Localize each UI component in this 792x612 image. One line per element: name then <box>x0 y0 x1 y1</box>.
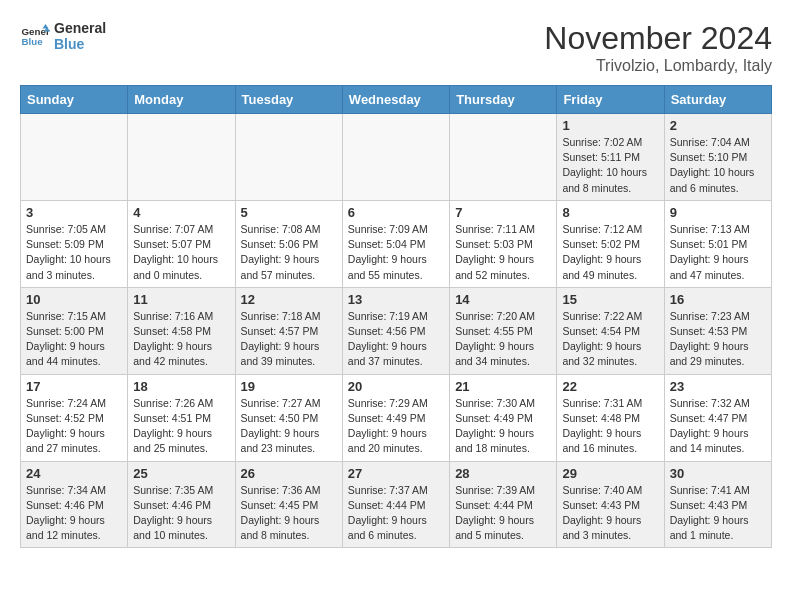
calendar-cell: 23Sunrise: 7:32 AM Sunset: 4:47 PM Dayli… <box>664 374 771 461</box>
day-info: Sunrise: 7:19 AM Sunset: 4:56 PM Dayligh… <box>348 309 444 370</box>
day-number: 30 <box>670 466 766 481</box>
calendar-cell: 24Sunrise: 7:34 AM Sunset: 4:46 PM Dayli… <box>21 461 128 548</box>
day-info: Sunrise: 7:35 AM Sunset: 4:46 PM Dayligh… <box>133 483 229 544</box>
logo: General Blue General Blue <box>20 20 106 52</box>
calendar-cell <box>235 114 342 201</box>
calendar-cell: 17Sunrise: 7:24 AM Sunset: 4:52 PM Dayli… <box>21 374 128 461</box>
day-info: Sunrise: 7:34 AM Sunset: 4:46 PM Dayligh… <box>26 483 122 544</box>
day-info: Sunrise: 7:29 AM Sunset: 4:49 PM Dayligh… <box>348 396 444 457</box>
day-info: Sunrise: 7:04 AM Sunset: 5:10 PM Dayligh… <box>670 135 766 196</box>
calendar-cell: 30Sunrise: 7:41 AM Sunset: 4:43 PM Dayli… <box>664 461 771 548</box>
calendar-cell: 20Sunrise: 7:29 AM Sunset: 4:49 PM Dayli… <box>342 374 449 461</box>
day-number: 23 <box>670 379 766 394</box>
day-number: 9 <box>670 205 766 220</box>
day-info: Sunrise: 7:07 AM Sunset: 5:07 PM Dayligh… <box>133 222 229 283</box>
day-info: Sunrise: 7:13 AM Sunset: 5:01 PM Dayligh… <box>670 222 766 283</box>
calendar-cell: 2Sunrise: 7:04 AM Sunset: 5:10 PM Daylig… <box>664 114 771 201</box>
column-header-thursday: Thursday <box>450 86 557 114</box>
day-number: 2 <box>670 118 766 133</box>
day-number: 4 <box>133 205 229 220</box>
day-number: 16 <box>670 292 766 307</box>
day-number: 13 <box>348 292 444 307</box>
column-header-monday: Monday <box>128 86 235 114</box>
title-block: November 2024 Trivolzio, Lombardy, Italy <box>544 20 772 75</box>
calendar-cell: 26Sunrise: 7:36 AM Sunset: 4:45 PM Dayli… <box>235 461 342 548</box>
day-info: Sunrise: 7:36 AM Sunset: 4:45 PM Dayligh… <box>241 483 337 544</box>
svg-text:Blue: Blue <box>22 36 44 47</box>
day-number: 1 <box>562 118 658 133</box>
day-number: 11 <box>133 292 229 307</box>
week-row-3: 17Sunrise: 7:24 AM Sunset: 4:52 PM Dayli… <box>21 374 772 461</box>
calendar-cell <box>342 114 449 201</box>
day-info: Sunrise: 7:30 AM Sunset: 4:49 PM Dayligh… <box>455 396 551 457</box>
day-number: 29 <box>562 466 658 481</box>
calendar-cell: 3Sunrise: 7:05 AM Sunset: 5:09 PM Daylig… <box>21 200 128 287</box>
day-number: 26 <box>241 466 337 481</box>
calendar-table: SundayMondayTuesdayWednesdayThursdayFrid… <box>20 85 772 548</box>
location: Trivolzio, Lombardy, Italy <box>544 57 772 75</box>
day-number: 27 <box>348 466 444 481</box>
calendar-cell: 18Sunrise: 7:26 AM Sunset: 4:51 PM Dayli… <box>128 374 235 461</box>
calendar-cell: 15Sunrise: 7:22 AM Sunset: 4:54 PM Dayli… <box>557 287 664 374</box>
calendar-cell: 6Sunrise: 7:09 AM Sunset: 5:04 PM Daylig… <box>342 200 449 287</box>
day-number: 6 <box>348 205 444 220</box>
day-info: Sunrise: 7:31 AM Sunset: 4:48 PM Dayligh… <box>562 396 658 457</box>
day-info: Sunrise: 7:32 AM Sunset: 4:47 PM Dayligh… <box>670 396 766 457</box>
day-number: 7 <box>455 205 551 220</box>
day-info: Sunrise: 7:37 AM Sunset: 4:44 PM Dayligh… <box>348 483 444 544</box>
logo-line1: General <box>54 20 106 36</box>
calendar-cell: 25Sunrise: 7:35 AM Sunset: 4:46 PM Dayli… <box>128 461 235 548</box>
week-row-0: 1Sunrise: 7:02 AM Sunset: 5:11 PM Daylig… <box>21 114 772 201</box>
calendar-cell <box>21 114 128 201</box>
calendar-cell: 21Sunrise: 7:30 AM Sunset: 4:49 PM Dayli… <box>450 374 557 461</box>
day-number: 28 <box>455 466 551 481</box>
calendar-cell: 22Sunrise: 7:31 AM Sunset: 4:48 PM Dayli… <box>557 374 664 461</box>
day-number: 22 <box>562 379 658 394</box>
day-info: Sunrise: 7:11 AM Sunset: 5:03 PM Dayligh… <box>455 222 551 283</box>
day-info: Sunrise: 7:05 AM Sunset: 5:09 PM Dayligh… <box>26 222 122 283</box>
day-number: 3 <box>26 205 122 220</box>
day-number: 12 <box>241 292 337 307</box>
page-header: General Blue General Blue November 2024 … <box>20 20 772 75</box>
day-number: 18 <box>133 379 229 394</box>
logo-line2: Blue <box>54 36 106 52</box>
column-header-friday: Friday <box>557 86 664 114</box>
day-info: Sunrise: 7:24 AM Sunset: 4:52 PM Dayligh… <box>26 396 122 457</box>
day-number: 15 <box>562 292 658 307</box>
week-row-1: 3Sunrise: 7:05 AM Sunset: 5:09 PM Daylig… <box>21 200 772 287</box>
day-info: Sunrise: 7:16 AM Sunset: 4:58 PM Dayligh… <box>133 309 229 370</box>
header-row: SundayMondayTuesdayWednesdayThursdayFrid… <box>21 86 772 114</box>
column-header-sunday: Sunday <box>21 86 128 114</box>
calendar-cell: 19Sunrise: 7:27 AM Sunset: 4:50 PM Dayli… <box>235 374 342 461</box>
calendar-cell: 29Sunrise: 7:40 AM Sunset: 4:43 PM Dayli… <box>557 461 664 548</box>
day-number: 14 <box>455 292 551 307</box>
month-title: November 2024 <box>544 20 772 57</box>
day-info: Sunrise: 7:08 AM Sunset: 5:06 PM Dayligh… <box>241 222 337 283</box>
day-info: Sunrise: 7:02 AM Sunset: 5:11 PM Dayligh… <box>562 135 658 196</box>
day-info: Sunrise: 7:15 AM Sunset: 5:00 PM Dayligh… <box>26 309 122 370</box>
column-header-saturday: Saturday <box>664 86 771 114</box>
day-number: 25 <box>133 466 229 481</box>
calendar-cell: 12Sunrise: 7:18 AM Sunset: 4:57 PM Dayli… <box>235 287 342 374</box>
calendar-cell: 13Sunrise: 7:19 AM Sunset: 4:56 PM Dayli… <box>342 287 449 374</box>
calendar-cell: 1Sunrise: 7:02 AM Sunset: 5:11 PM Daylig… <box>557 114 664 201</box>
day-number: 5 <box>241 205 337 220</box>
day-info: Sunrise: 7:18 AM Sunset: 4:57 PM Dayligh… <box>241 309 337 370</box>
day-number: 17 <box>26 379 122 394</box>
day-info: Sunrise: 7:09 AM Sunset: 5:04 PM Dayligh… <box>348 222 444 283</box>
calendar-cell <box>128 114 235 201</box>
day-info: Sunrise: 7:23 AM Sunset: 4:53 PM Dayligh… <box>670 309 766 370</box>
day-info: Sunrise: 7:12 AM Sunset: 5:02 PM Dayligh… <box>562 222 658 283</box>
day-info: Sunrise: 7:40 AM Sunset: 4:43 PM Dayligh… <box>562 483 658 544</box>
day-info: Sunrise: 7:20 AM Sunset: 4:55 PM Dayligh… <box>455 309 551 370</box>
calendar-cell: 10Sunrise: 7:15 AM Sunset: 5:00 PM Dayli… <box>21 287 128 374</box>
calendar-cell: 16Sunrise: 7:23 AM Sunset: 4:53 PM Dayli… <box>664 287 771 374</box>
calendar-cell: 27Sunrise: 7:37 AM Sunset: 4:44 PM Dayli… <box>342 461 449 548</box>
calendar-cell: 4Sunrise: 7:07 AM Sunset: 5:07 PM Daylig… <box>128 200 235 287</box>
day-info: Sunrise: 7:27 AM Sunset: 4:50 PM Dayligh… <box>241 396 337 457</box>
column-header-wednesday: Wednesday <box>342 86 449 114</box>
calendar-cell: 11Sunrise: 7:16 AM Sunset: 4:58 PM Dayli… <box>128 287 235 374</box>
day-number: 19 <box>241 379 337 394</box>
day-info: Sunrise: 7:22 AM Sunset: 4:54 PM Dayligh… <box>562 309 658 370</box>
column-header-tuesday: Tuesday <box>235 86 342 114</box>
